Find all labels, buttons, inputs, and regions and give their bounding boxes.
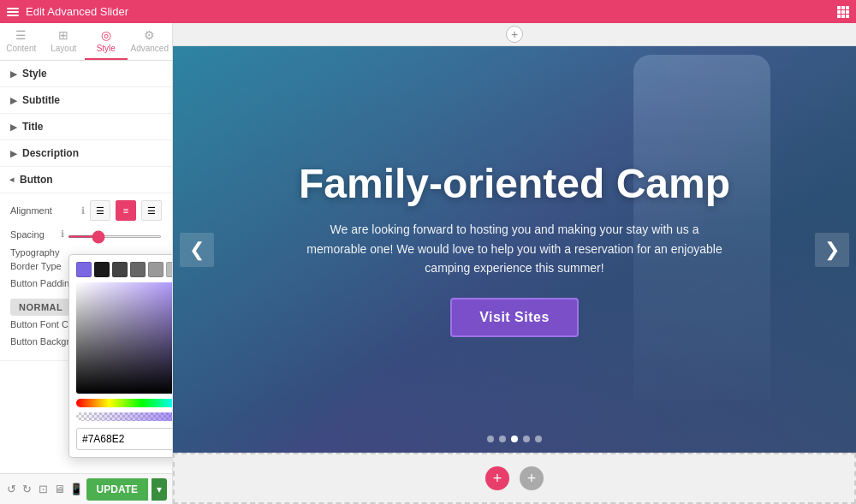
history-back-icon[interactable]: ↺ [5, 479, 18, 500]
section-button-label: Button [20, 174, 53, 186]
swatch-black[interactable] [94, 262, 110, 277]
hex-row: CLEAR [76, 428, 173, 450]
slider-section: ❮ Family-oriented Camp We are looking fo… [173, 46, 856, 453]
swatch-darkgray[interactable] [112, 262, 128, 277]
desktop-icon[interactable]: 🖥 [53, 479, 66, 500]
align-left-btn[interactable]: ☰ [90, 200, 110, 221]
menu-icon[interactable] [7, 8, 19, 16]
tab-advanced[interactable]: ⚙ Advanced [128, 23, 172, 60]
style-arrow: ▶ [10, 69, 17, 79]
advanced-icon: ⚙ [144, 28, 155, 42]
color-swatches: + [76, 262, 173, 277]
tab-content[interactable]: ☰ Content [0, 23, 43, 60]
section-title[interactable]: ▶ Title [0, 114, 172, 140]
section-button[interactable]: ▾ Button [0, 167, 172, 193]
dot-1[interactable] [487, 436, 494, 442]
swatch-gray2[interactable] [148, 262, 163, 277]
tab-advanced-label: Advanced [131, 44, 169, 53]
section-style-label: Style [22, 68, 47, 80]
button-arrow: ▾ [8, 178, 17, 182]
section-subtitle[interactable]: ▶ Subtitle [0, 87, 172, 114]
slider-description: We are looking forward to hosting you an… [300, 220, 728, 277]
align-center-btn[interactable]: ≡ [116, 200, 136, 221]
title-arrow: ▶ [10, 122, 17, 132]
style-icon: ◎ [101, 28, 111, 42]
dot-4[interactable] [523, 436, 530, 442]
prev-arrow-btn[interactable]: ❮ [180, 233, 214, 267]
color-picker-popup: + CLEAR [68, 254, 173, 458]
dot-2[interactable] [499, 436, 506, 442]
sidebar-bottom: ↺ ↻ ⊡ 🖥 📱 UPDATE ▾ [0, 473, 172, 504]
mobile-icon[interactable]: 📱 [69, 479, 83, 500]
swatch-purple[interactable] [76, 262, 92, 277]
border-type-label: Border Type [10, 261, 62, 271]
slider-title: Family-oriented Camp [299, 162, 730, 207]
tab-style-label: Style [97, 44, 116, 53]
alignment-row: Alignment ℹ ☰ ≡ ☰ [10, 200, 162, 221]
normal-button[interactable]: NORMAL [10, 299, 71, 316]
main-content: + ❮ Family-oriented Camp We are loo [173, 23, 856, 504]
description-arrow: ▶ [10, 149, 17, 158]
align-right-btn[interactable]: ☰ [141, 200, 162, 221]
hue-slider[interactable] [76, 399, 173, 407]
tab-style[interactable]: ◎ Style [85, 23, 128, 60]
top-add-bar: + [173, 23, 856, 46]
next-arrow-btn[interactable]: ❯ [815, 233, 849, 267]
subtitle-arrow: ▶ [10, 96, 17, 105]
alignment-label: Alignment [10, 205, 76, 216]
layout-icon: ⊞ [58, 28, 68, 42]
gradient-overlay [76, 282, 173, 394]
spacing-slider-wrap [68, 228, 162, 240]
grid-icon[interactable] [837, 6, 849, 18]
swatch-gray3[interactable] [166, 262, 173, 277]
swatch-gray1[interactable] [130, 262, 146, 277]
sidebar: ☰ Content ⊞ Layout ◎ Style ⚙ Advanced ▶ … [0, 23, 173, 504]
responsive-icon[interactable]: ⊡ [37, 479, 50, 500]
section-title-label: Title [22, 121, 43, 133]
dot-5[interactable] [535, 436, 542, 442]
opacity-slider[interactable] [76, 412, 173, 421]
prev-arrow-icon: ❮ [189, 239, 205, 261]
section-subtitle-label: Subtitle [22, 94, 60, 106]
slider-content: Family-oriented Camp We are looking forw… [282, 145, 747, 355]
main-layout: ☰ Content ⊞ Layout ◎ Style ⚙ Advanced ▶ … [0, 23, 856, 504]
tab-layout-label: Layout [51, 44, 76, 53]
add-gray-btn[interactable]: + [520, 466, 544, 490]
sidebar-tabs: ☰ Content ⊞ Layout ◎ Style ⚙ Advanced [0, 23, 172, 61]
update-button[interactable]: UPDATE [86, 478, 148, 501]
gradient-canvas[interactable] [76, 282, 173, 394]
slider-image: ❮ Family-oriented Camp We are looking fo… [173, 46, 856, 453]
slider-dots [487, 436, 542, 442]
content-icon: ☰ [15, 28, 27, 42]
top-add-icon[interactable]: + [506, 26, 523, 43]
section-style[interactable]: ▶ Style [0, 61, 172, 87]
top-bar: Edit Advanced Slider [0, 0, 856, 23]
section-description[interactable]: ▶ Description [0, 140, 172, 167]
update-dropdown-btn[interactable]: ▾ [152, 478, 167, 501]
dot-3[interactable] [511, 436, 518, 442]
tab-layout[interactable]: ⊞ Layout [43, 23, 86, 60]
spacing-slider[interactable] [68, 235, 162, 238]
align-info-icon: ℹ [81, 205, 85, 216]
history-forward-icon[interactable]: ↻ [21, 479, 34, 500]
add-pink-btn[interactable]: + [485, 466, 509, 490]
top-bar-title: Edit Advanced Slider [26, 5, 128, 18]
hex-input[interactable] [76, 428, 173, 450]
slider-cta-button[interactable]: Visit Sites [450, 298, 579, 337]
spacing-row: Spacing ℹ [10, 228, 162, 240]
spacing-label: Spacing [10, 229, 57, 240]
next-arrow-icon: ❯ [824, 239, 840, 261]
typography-label: Typography [10, 247, 59, 258]
section-description-label: Description [22, 147, 79, 159]
tab-content-label: Content [6, 44, 36, 53]
spacing-info-icon: ℹ [61, 228, 64, 240]
below-slider: + + [173, 453, 856, 504]
